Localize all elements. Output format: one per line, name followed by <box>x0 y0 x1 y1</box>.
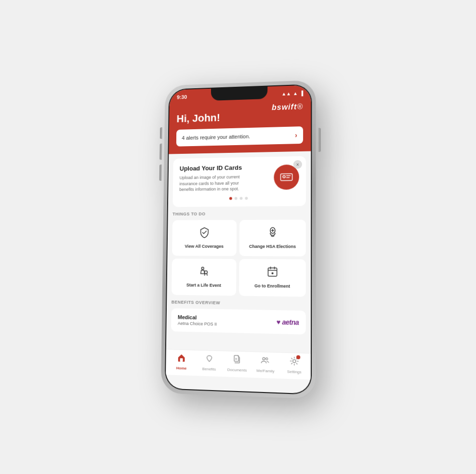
benefits-section-title: BENEFITS OVERVIEW <box>172 299 306 307</box>
id-card-upload-card[interactable]: × Upload Your ID Cards Upload an image o… <box>172 156 306 206</box>
aetna-text: aetna <box>282 318 299 326</box>
svg-point-1 <box>283 176 285 178</box>
card-title: Upload Your ID Cards <box>180 163 255 172</box>
bottom-navigation: Home Benefits <box>166 349 311 379</box>
benefits-nav-icon <box>204 353 214 366</box>
svg-point-8 <box>204 271 207 274</box>
alerts-bar[interactable]: 4 alerts require your attention. › <box>176 126 303 147</box>
notch <box>211 86 268 100</box>
enrollment-icon <box>266 266 278 281</box>
screen-content: 9:30 ▲▲ ▲ ▐ bswift® Hi, John! <box>166 85 311 379</box>
life-event-label: Start a Life Event <box>186 283 221 289</box>
things-section-title: THINGS TO DO <box>172 211 306 217</box>
volume-up-button <box>159 143 162 160</box>
benefit-plan: Aetna Choice POS II <box>178 321 217 326</box>
card-description: Upload an image of your current insuranc… <box>179 174 254 192</box>
svg-rect-0 <box>280 174 292 180</box>
phone-screen: 9:30 ▲▲ ▲ ▐ bswift® Hi, John! <box>166 85 311 393</box>
nav-documents-label: Documents <box>227 367 247 373</box>
svg-point-20 <box>293 359 296 362</box>
svg-point-7 <box>201 267 204 270</box>
hsa-label: Change HSA Elections <box>249 244 296 249</box>
phone-frame: 9:30 ▲▲ ▲ ▐ bswift® Hi, John! <box>161 80 316 399</box>
nav-me-family[interactable]: Me/Family <box>251 355 279 374</box>
svg-point-13 <box>271 272 273 274</box>
nav-documents[interactable]: Documents <box>223 354 251 373</box>
nav-settings[interactable]: Settings <box>280 355 309 374</box>
view-all-coverages-button[interactable]: View All Coverages <box>172 219 237 256</box>
coverages-icon <box>198 226 210 241</box>
aetna-heart-icon: ♥ <box>277 318 281 326</box>
dot-4 <box>245 197 248 200</box>
life-event-icon <box>198 265 210 280</box>
dot-3 <box>239 197 242 200</box>
carousel-dots <box>179 196 299 200</box>
scrollable-area: × Upload Your ID Cards Upload an image o… <box>166 151 311 379</box>
hsa-icon <box>266 226 278 241</box>
status-icons: ▲▲ ▲ ▐ <box>281 90 303 96</box>
volume-down-button <box>159 164 162 181</box>
dot-1 <box>229 197 232 200</box>
svg-point-18 <box>263 357 265 360</box>
enrollment-button[interactable]: Go to Enrollment <box>239 259 306 297</box>
card-text: Upload Your ID Cards Upload an image of … <box>179 163 255 192</box>
card-content: Upload Your ID Cards Upload an image of … <box>179 163 299 192</box>
home-icon <box>177 352 186 365</box>
phone-device: 9:30 ▲▲ ▲ ▐ bswift® Hi, John! <box>161 80 316 399</box>
battery-icon: ▐ <box>300 90 303 95</box>
mute-button <box>160 127 162 138</box>
phone-bezel: 9:30 ▲▲ ▲ ▐ bswift® Hi, John! <box>165 84 312 395</box>
settings-badge-dot <box>296 355 300 359</box>
alerts-chevron-icon: › <box>295 131 297 139</box>
documents-nav-icon <box>232 354 242 366</box>
carrier-logo: ♥ aetna <box>277 318 299 326</box>
enrollment-label: Go to Enrollment <box>254 284 290 290</box>
svg-rect-9 <box>268 268 277 276</box>
close-button[interactable]: × <box>293 160 302 168</box>
medical-benefit-card[interactable]: Medical Aetna Choice POS II ♥ aetna <box>171 308 306 334</box>
settings-nav-icon <box>289 358 299 368</box>
nav-settings-label: Settings <box>287 369 302 374</box>
power-button <box>318 128 321 152</box>
nav-benefits[interactable]: Benefits <box>195 353 223 371</box>
nav-benefits-label: Benefits <box>202 366 216 371</box>
alerts-text: 4 alerts require your attention. <box>182 133 250 140</box>
signal-icon: ▲▲ <box>281 91 291 96</box>
coverages-label: View All Coverages <box>185 244 224 249</box>
svg-rect-14 <box>180 358 183 361</box>
status-time: 9:30 <box>177 94 187 100</box>
me-family-nav-icon <box>261 355 270 367</box>
things-to-do-section: THINGS TO DO View All C <box>172 211 306 297</box>
app-header: bswift® Hi, John! 4 alerts require your … <box>169 98 311 154</box>
svg-point-19 <box>266 358 268 360</box>
settings-badge-wrapper <box>289 356 299 368</box>
things-grid: View All Coverages <box>172 219 306 297</box>
life-event-button[interactable]: Start a Life Event <box>172 258 237 296</box>
change-hsa-button[interactable]: Change HSA Elections <box>239 219 306 257</box>
brand-logo: bswift® <box>272 102 303 112</box>
benefits-section: BENEFITS OVERVIEW Medical Aetna Choice P… <box>171 299 306 334</box>
nav-home[interactable]: Home <box>168 352 195 371</box>
benefit-type: Medical <box>178 314 217 321</box>
dot-2 <box>234 197 237 200</box>
benefit-info: Medical Aetna Choice POS II <box>178 314 217 326</box>
nav-home-label: Home <box>176 366 187 370</box>
nav-me-family-label: Me/Family <box>256 368 275 373</box>
wifi-icon: ▲ <box>293 90 298 95</box>
